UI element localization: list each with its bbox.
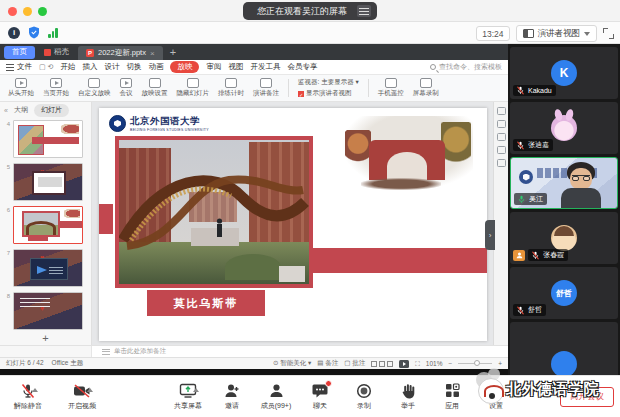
start-video-button[interactable]: 开启视频: [60, 382, 104, 411]
zoom-window-button[interactable]: [38, 7, 47, 16]
menu-devtools[interactable]: 开发工具: [250, 62, 280, 72]
apps-button[interactable]: 应用: [430, 382, 474, 411]
fullscreen-icon[interactable]: [603, 28, 614, 39]
view-mode-label: 演讲者视图: [538, 28, 581, 40]
rail-collapse-handle[interactable]: ›: [485, 220, 495, 250]
rail-icon-5[interactable]: [497, 159, 506, 167]
members-button[interactable]: 成员(99+): [254, 382, 298, 411]
wps-tab-docer[interactable]: 稻壳: [38, 46, 75, 59]
slide-thumbnail-4[interactable]: [13, 120, 83, 158]
add-slide-button[interactable]: +: [0, 331, 91, 345]
ribbon-from-current[interactable]: 当页开始: [43, 78, 69, 98]
leave-meeting-button[interactable]: 离开会议: [560, 387, 614, 407]
docer-icon: [44, 49, 51, 56]
avatar: K: [551, 60, 577, 86]
ribbon-screen-record[interactable]: 屏幕录制: [413, 78, 439, 98]
slide-canvas[interactable]: 北京外国语大学 BEIJING FOREIGN STUDIES UNIVERSI…: [92, 102, 493, 345]
settings-button[interactable]: 设置: [474, 382, 518, 411]
menu-slideshow-active[interactable]: 放映: [170, 61, 199, 73]
notes-placeholder[interactable]: 单击此处添加备注: [92, 346, 508, 357]
participant-tile-shuzhe[interactable]: 舒哲 舒哲: [510, 267, 618, 319]
slide-thumbnail-7[interactable]: ♥: [13, 249, 83, 287]
rail-icon-2[interactable]: [497, 120, 506, 128]
ribbon-custom-show[interactable]: 自定义放映: [78, 78, 111, 98]
ppt-file-icon: P: [86, 49, 94, 57]
mobius-sculpture-icon: [119, 140, 309, 284]
smart-beautify-button[interactable]: ⊙ 智能美化 ▾: [273, 359, 311, 368]
panel-collapse-icon[interactable]: «: [4, 107, 8, 114]
tab-slides[interactable]: 幻灯片: [34, 104, 69, 117]
slide-thumbnail-6-selected[interactable]: [13, 206, 83, 244]
close-tab-icon[interactable]: ×: [150, 49, 155, 58]
quick-save-icons[interactable]: ▢ ⟲: [39, 63, 53, 71]
zoom-out-button[interactable]: −: [448, 360, 452, 367]
participant-tile-wujiang-speaking[interactable]: 吴江: [510, 157, 618, 209]
ribbon-from-beginning[interactable]: 从头开始: [8, 78, 34, 98]
ribbon-hide-slide[interactable]: 隐藏幻灯片: [177, 78, 210, 98]
ribbon-monitor-group[interactable]: 监视器: 主要显示器 ▾ ✓显示演讲者视图: [298, 78, 359, 98]
new-tab-button[interactable]: +: [170, 46, 176, 58]
zoom-in-button[interactable]: +: [498, 360, 502, 367]
tab-outline[interactable]: 大纲: [14, 105, 28, 115]
slide-counter: 幻灯片 6 / 42: [6, 359, 44, 368]
security-shield-icon[interactable]: [28, 26, 40, 39]
unmute-button[interactable]: 解除静音: [6, 382, 50, 411]
menu-view[interactable]: 视图: [228, 62, 243, 72]
ribbon-show-settings[interactable]: 放映设置: [142, 78, 168, 98]
participant-tile-zhangchunxia[interactable]: 张春霞: [510, 212, 618, 264]
view-switcher-icons[interactable]: [371, 361, 393, 367]
meeting-info-icon[interactable]: i: [8, 27, 20, 39]
menu-start[interactable]: 开始: [60, 62, 75, 72]
minimize-window-button[interactable]: [23, 7, 32, 16]
slide-thumbnail-5[interactable]: ♥: [13, 163, 83, 201]
ribbon-meeting[interactable]: 会议: [120, 78, 133, 98]
participant-name: Kakadu: [528, 87, 552, 94]
wps-search-box[interactable]: 查找命令、搜索模板: [430, 62, 502, 72]
wps-tab-home[interactable]: 首页: [4, 46, 35, 59]
raise-hand-button[interactable]: 举手: [386, 382, 430, 411]
menu-animation[interactable]: 动画: [148, 62, 163, 72]
ribbon-phone-remote[interactable]: 手机遥控: [378, 78, 404, 98]
menu-design[interactable]: 设计: [104, 62, 119, 72]
wps-right-rail: ›: [493, 102, 508, 345]
rail-icon-3[interactable]: [497, 133, 506, 141]
participant-tile-kakadu[interactable]: K Kakadu: [510, 47, 618, 99]
mac-titlebar: 您正在观看吴江的屏幕: [0, 0, 620, 22]
ribbon-rehearse[interactable]: 排练计时: [218, 78, 244, 98]
participant-tile-partial[interactable]: [510, 322, 618, 375]
close-window-button[interactable]: [8, 7, 17, 16]
wps-tab-document[interactable]: P 2022迎新.pptx ×: [78, 46, 163, 60]
record-button[interactable]: 录制: [342, 382, 386, 411]
university-name-en: BEIJING FOREIGN STUDIES UNIVERSITY: [130, 128, 209, 132]
slideshow-play-button[interactable]: [399, 360, 409, 368]
slide-6: 北京外国语大学 BEIJING FOREIGN STUDIES UNIVERSI…: [99, 108, 487, 341]
fit-icon[interactable]: ⛶: [415, 360, 420, 368]
notes-toggle-button[interactable]: ▤ 备注: [317, 359, 338, 368]
view-mode-button[interactable]: 演讲者视图: [516, 25, 598, 42]
slide-thumbnail-panel: « 大纲 幻灯片 4 5 ♥ 6 7 ♥ 8: [0, 102, 92, 345]
menu-file[interactable]: 文件: [6, 62, 32, 72]
ribbon-speaker-notes[interactable]: 演讲备注: [253, 78, 279, 98]
participant-name: 张迪嘉: [528, 140, 549, 150]
slide-thumbnail-8[interactable]: ♥: [13, 292, 83, 330]
chevron-up-icon[interactable]: [32, 388, 38, 392]
menu-member[interactable]: 会员专享: [287, 62, 317, 72]
meeting-time: 13:24: [476, 26, 509, 41]
checkbox-checked-icon[interactable]: ✓: [298, 91, 304, 97]
share-screen-button[interactable]: 共享屏幕: [166, 382, 210, 411]
meeting-statusbar: i 13:24 演讲者视图: [0, 22, 620, 44]
menu-transition[interactable]: 切换: [126, 62, 141, 72]
banner-menu-icon[interactable]: [357, 5, 371, 17]
menu-review[interactable]: 审阅: [206, 62, 221, 72]
chevron-up-icon[interactable]: [87, 388, 93, 392]
invite-button[interactable]: 邀请: [210, 382, 254, 411]
menu-insert[interactable]: 插入: [82, 62, 97, 72]
chevron-up-icon[interactable]: [193, 388, 199, 392]
rail-icon-4[interactable]: [497, 146, 506, 154]
participant-tile-zhangdijia[interactable]: 张迪嘉: [510, 102, 618, 154]
zoom-slider[interactable]: [458, 363, 492, 365]
comments-toggle-button[interactable]: ▢ 批注: [344, 359, 365, 368]
watch-banner-text: 您正在观看吴江的屏幕: [257, 5, 347, 18]
chat-button[interactable]: 聊天: [298, 382, 342, 411]
rail-icon-1[interactable]: [497, 107, 506, 115]
